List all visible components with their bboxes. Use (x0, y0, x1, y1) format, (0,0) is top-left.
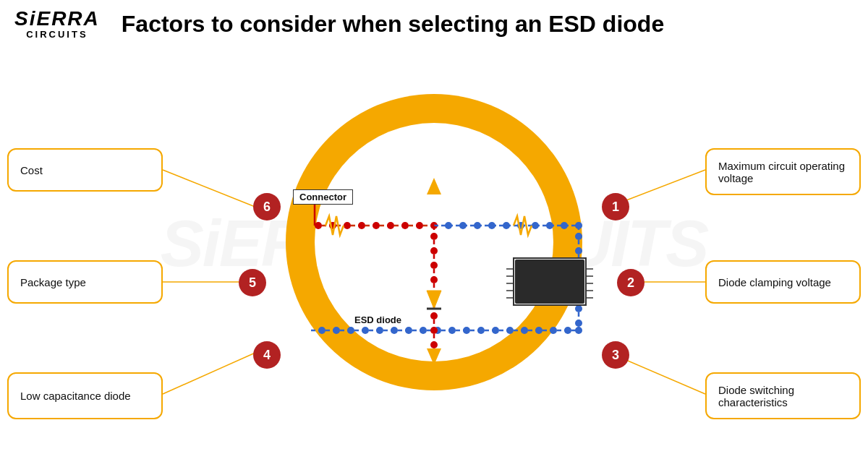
svg-point-6 (358, 222, 365, 229)
svg-point-49 (550, 327, 557, 334)
label-package-type: Package type (7, 260, 163, 304)
svg-point-14 (459, 222, 467, 229)
svg-point-43 (463, 327, 470, 334)
label-cost: Cost (7, 148, 163, 192)
header: SiERRA CIRCUITS Factors to consider when… (0, 0, 868, 48)
svg-point-15 (474, 222, 481, 229)
badge-4: 4 (253, 341, 281, 369)
badge-1: 1 (602, 193, 629, 220)
svg-point-36 (362, 327, 369, 334)
connector-label: Connector (293, 189, 353, 205)
svg-point-19 (532, 222, 539, 229)
svg-point-40 (420, 327, 427, 334)
svg-point-37 (376, 327, 383, 334)
logo-circuits: CIRCUITS (26, 29, 88, 40)
label-low-capacitance: Low capacitance diode (7, 372, 163, 419)
svg-point-58 (430, 312, 438, 320)
logo-sierra: SiERRA (14, 9, 100, 29)
svg-point-7 (373, 222, 380, 229)
label-max-voltage: Maximum circuit operating voltage (705, 148, 861, 195)
svg-point-54 (430, 262, 438, 269)
svg-point-13 (445, 222, 452, 229)
svg-point-24 (575, 233, 582, 240)
svg-line-79 (163, 352, 257, 394)
badge-6: 6 (253, 193, 281, 220)
svg-point-44 (477, 327, 485, 334)
svg-point-52 (430, 233, 438, 240)
svg-point-3 (315, 222, 322, 229)
svg-point-17 (503, 222, 510, 229)
label-clamp-voltage: Diode clamping voltage (705, 260, 861, 304)
svg-point-9 (401, 222, 409, 229)
svg-point-10 (416, 222, 423, 229)
svg-point-16 (488, 222, 495, 229)
svg-point-33 (318, 327, 326, 334)
svg-line-77 (163, 170, 257, 207)
svg-point-59 (430, 327, 438, 334)
svg-point-53 (430, 247, 438, 254)
svg-point-5 (344, 222, 351, 229)
svg-point-48 (535, 327, 542, 334)
svg-point-35 (347, 327, 354, 334)
svg-point-55 (430, 276, 438, 283)
svg-point-21 (561, 222, 568, 229)
svg-point-38 (391, 327, 398, 334)
page-title: Factors to consider when selecting an ES… (122, 11, 854, 38)
svg-point-25 (575, 247, 582, 254)
main-content: SiERRA CIRCUITS (0, 48, 868, 439)
svg-rect-76 (515, 260, 584, 304)
logo: SiERRA CIRCUITS (14, 9, 100, 40)
label-switching-characteristics: Diode switching characteristics (705, 372, 861, 419)
svg-point-50 (564, 327, 571, 334)
svg-point-34 (333, 327, 340, 334)
badge-3: 3 (602, 341, 629, 369)
svg-point-60 (430, 341, 438, 348)
svg-point-39 (405, 327, 412, 334)
svg-point-29 (575, 305, 582, 312)
svg-point-45 (492, 327, 499, 334)
badge-5: 5 (239, 269, 266, 296)
svg-point-30 (575, 320, 582, 327)
svg-point-8 (387, 222, 394, 229)
svg-point-47 (521, 327, 528, 334)
svg-point-46 (506, 327, 514, 334)
svg-point-42 (448, 327, 456, 334)
esd-diode-label: ESD diode (354, 314, 401, 325)
badge-2: 2 (617, 269, 644, 296)
svg-point-20 (546, 222, 553, 229)
